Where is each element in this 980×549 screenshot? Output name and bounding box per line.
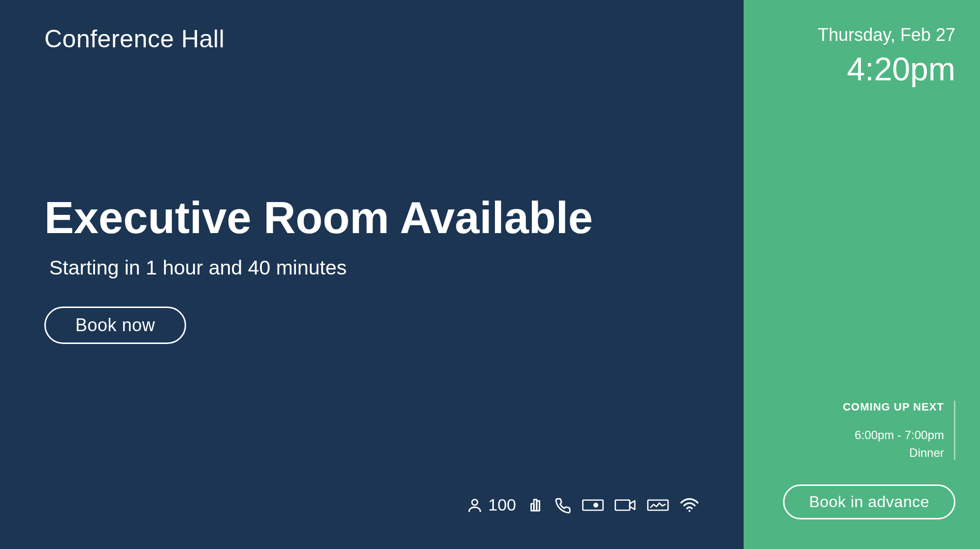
capacity-value: 100: [488, 495, 516, 515]
capacity-feature: 100: [466, 495, 516, 515]
svg-point-6: [594, 503, 597, 507]
svg-point-0: [472, 499, 478, 505]
svg-rect-4: [534, 499, 537, 511]
book-in-advance-button[interactable]: Book in advance: [783, 484, 955, 519]
room-name: Conference Hall: [44, 25, 699, 53]
upnext-title: Dinner: [843, 446, 944, 460]
status-heading: Executive Room Available: [44, 195, 593, 241]
upnext-time-range: 6:00pm - 7:00pm: [843, 428, 944, 442]
main-panel: Conference Hall Executive Room Available…: [0, 0, 744, 549]
svg-rect-7: [615, 500, 629, 510]
video-camera-icon: [615, 497, 636, 514]
projector-icon: [582, 497, 604, 514]
coming-up-next-label: COMING UP NEXT: [843, 401, 944, 413]
current-date: Thursday, Feb 27: [818, 25, 955, 45]
coming-up-next-block: COMING UP NEXT 6:00pm - 7:00pm Dinner: [843, 401, 955, 460]
book-now-button[interactable]: Book now: [44, 307, 186, 344]
sidebar-panel: Thursday, Feb 27 4:20pm COMING UP NEXT 6…: [744, 0, 980, 549]
projector-feature: [582, 497, 604, 514]
video-feature: [615, 497, 636, 514]
wifi-icon: [680, 497, 699, 514]
svg-point-9: [688, 510, 690, 512]
room-features-row: 100: [466, 495, 699, 515]
current-time: 4:20pm: [847, 50, 955, 88]
svg-rect-5: [583, 500, 603, 510]
person-icon: [466, 497, 483, 514]
phone-feature: [555, 497, 571, 514]
whiteboard-icon: [647, 497, 669, 514]
phone-icon: [555, 497, 571, 514]
whiteboard-feature: [647, 497, 669, 514]
presentation-feature: [527, 497, 544, 514]
presentation-icon: [527, 497, 544, 514]
starting-in-text: Starting in 1 hour and 40 minutes: [49, 256, 593, 279]
status-block: Executive Room Available Starting in 1 h…: [44, 195, 593, 344]
wifi-feature: [680, 497, 699, 514]
